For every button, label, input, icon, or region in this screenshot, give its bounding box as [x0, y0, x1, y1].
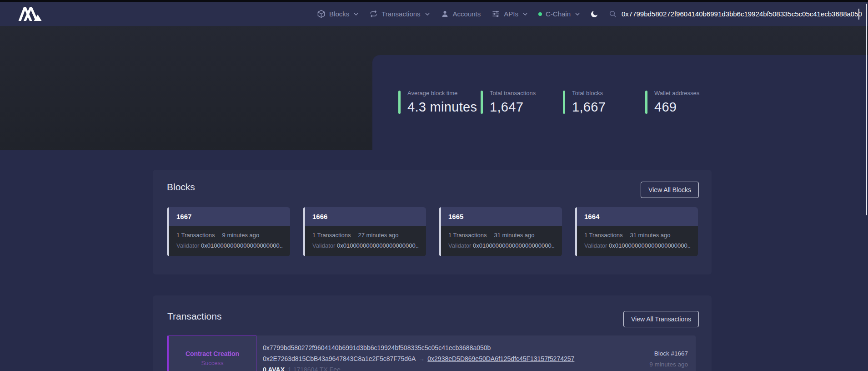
- block-card-1665[interactable]: 1665 1 Transactions 31 minutes ago Valid…: [439, 207, 562, 256]
- transaction-block-info: Block #1667 9 minutes ago: [649, 350, 688, 368]
- blocks-section-title: Blocks: [167, 182, 195, 193]
- nav-item-transactions[interactable]: Transactions: [369, 10, 429, 18]
- stat-accent-bar: [645, 91, 647, 114]
- theme-toggle-button[interactable]: [590, 10, 599, 19]
- stat-value: 4.3 minutes: [407, 100, 477, 115]
- nav-item-blocks[interactable]: Blocks: [317, 10, 358, 18]
- transaction-block-link[interactable]: Block #1667: [649, 350, 688, 357]
- chevron-down-icon: [523, 13, 527, 15]
- chevron-down-icon: [575, 13, 580, 15]
- nav-item-label: APIs: [504, 10, 518, 18]
- validator-address: 0x0100000000000000000000...: [201, 242, 283, 249]
- moon-icon: [590, 10, 599, 19]
- block-number: 1665: [448, 213, 463, 220]
- nav-item-label: Accounts: [453, 10, 481, 18]
- view-all-transactions-button[interactable]: View All Transactions: [623, 311, 699, 327]
- validator-label: Validator: [312, 242, 335, 249]
- transaction-type: Contract Creation: [169, 350, 256, 357]
- sliders-icon: [492, 10, 500, 18]
- block-age: 9 minutes ago: [222, 232, 260, 239]
- transaction-hash[interactable]: 0x7799bd580272f9604140b6991d3bb6c19924bf…: [263, 344, 574, 351]
- nav-item-label: C-Chain: [546, 10, 571, 18]
- stat-accent-bar: [481, 91, 483, 114]
- stat-accent-bar: [563, 91, 565, 114]
- arrow-right-icon: →: [416, 355, 427, 362]
- stat-label: Average block time: [407, 90, 477, 97]
- stat-wallet-addresses: Wallet addresses 469: [645, 90, 728, 150]
- nav-item-apis[interactable]: APIs: [492, 10, 527, 18]
- stat-total-blocks: Total blocks 1,667: [563, 90, 645, 150]
- transaction-type-cell: Contract Creation Success: [167, 335, 256, 371]
- block-card-1667[interactable]: 1667 1 Transactions 9 minutes ago Valida…: [167, 207, 290, 256]
- cube-icon: [317, 10, 326, 18]
- transfer-arrows-icon: [369, 10, 378, 18]
- block-age: 27 minutes ago: [358, 232, 399, 239]
- search-bar: [609, 10, 862, 18]
- nav-menu: Blocks Transactions Accounts APIs: [317, 10, 580, 18]
- blocks-section: Blocks View All Blocks 1667 1 Transactio…: [153, 170, 712, 274]
- stat-value: 1,667: [572, 100, 606, 115]
- nav-item-chain-selector[interactable]: C-Chain: [538, 10, 580, 18]
- block-tx-count: 1 Transactions: [448, 232, 487, 239]
- block-number: 1664: [584, 213, 599, 220]
- validator-label: Validator: [584, 242, 607, 249]
- ava-logo[interactable]: [17, 6, 44, 22]
- view-all-blocks-button[interactable]: View All Blocks: [641, 182, 699, 198]
- search-icon: [609, 10, 617, 18]
- chevron-down-icon: [354, 13, 358, 15]
- nav-item-accounts[interactable]: Accounts: [441, 10, 481, 18]
- validator-address: 0x0100000000000000000000...: [337, 242, 419, 249]
- network-stats-panel: Average block time 4.3 minutes Total tra…: [372, 55, 868, 150]
- validator-label: Validator: [448, 242, 471, 249]
- block-card-1664[interactable]: 1664 1 Transactions 31 minutes ago Valid…: [575, 207, 698, 256]
- stat-label: Total blocks: [572, 90, 606, 97]
- chain-status-dot: [538, 12, 542, 16]
- search-input[interactable]: [622, 10, 862, 18]
- transactions-section-title: Transactions: [167, 311, 221, 322]
- stat-total-transactions: Total transactions 1,647: [481, 90, 563, 150]
- text-caret: [858, 9, 859, 20]
- nav-item-label: Blocks: [329, 10, 349, 18]
- stat-value: 1,647: [490, 100, 536, 115]
- transaction-status: Success: [169, 360, 256, 366]
- stat-average-block-time: Average block time 4.3 minutes: [398, 90, 481, 150]
- transaction-amount: 0 AVAX: [263, 366, 285, 371]
- nav-item-label: Transactions: [381, 10, 420, 18]
- stat-label: Wallet addresses: [654, 90, 699, 97]
- validator-address: 0x0100000000000000000000...: [473, 242, 555, 249]
- block-tx-count: 1 Transactions: [584, 232, 623, 239]
- block-tx-count: 1 Transactions: [312, 232, 351, 239]
- stat-value: 469: [654, 100, 699, 115]
- block-number: 1666: [312, 213, 327, 220]
- stat-accent-bar: [398, 91, 401, 114]
- scrollbar-thumb[interactable]: [866, 4, 867, 215]
- transaction-to-address[interactable]: 0x2938eD5D869e50DA6f125dfc45F13157f52742…: [427, 355, 574, 362]
- nav-bar: Blocks Transactions Accounts APIs: [0, 2, 868, 26]
- validator-label: Validator: [176, 242, 199, 249]
- transaction-from-address[interactable]: 0x2E7263d815CbB43a9647843C8a1e2F5c87F75d…: [263, 355, 416, 362]
- block-tx-count: 1 Transactions: [176, 232, 215, 239]
- block-number: 1667: [176, 213, 191, 220]
- block-age: 31 minutes ago: [630, 232, 671, 239]
- transaction-details: 0x7799bd580272f9604140b6991d3bb6c19924bf…: [263, 344, 574, 371]
- transaction-fee: 1.1718604 TX Fee: [285, 366, 341, 371]
- person-icon: [441, 10, 449, 18]
- block-card-1666[interactable]: 1666 1 Transactions 27 minutes ago Valid…: [303, 207, 426, 256]
- transactions-section: Transactions View All Transactions Contr…: [153, 295, 712, 371]
- transaction-age: 9 minutes ago: [649, 361, 688, 368]
- stat-label: Total transactions: [490, 90, 536, 97]
- transaction-row[interactable]: Contract Creation Success 0x7799bd580272…: [167, 335, 696, 371]
- chevron-down-icon: [425, 13, 430, 15]
- block-age: 31 minutes ago: [494, 232, 535, 239]
- block-card-list: 1667 1 Transactions 9 minutes ago Valida…: [167, 207, 698, 256]
- validator-address: 0x0100000000000000000000...: [609, 242, 691, 249]
